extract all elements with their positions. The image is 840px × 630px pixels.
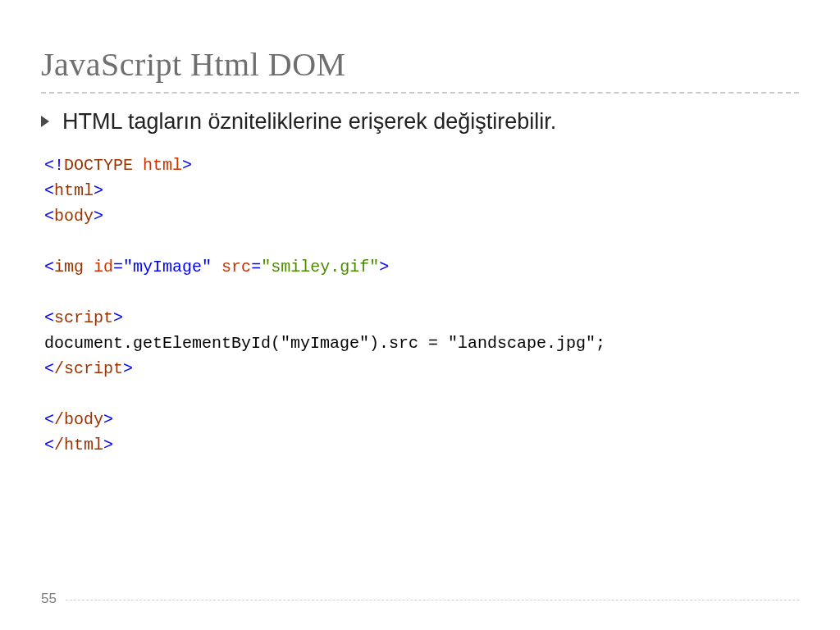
- code-token: <: [44, 181, 54, 200]
- code-token: >: [113, 308, 123, 327]
- code-token: >: [379, 258, 389, 276]
- footer-divider: [66, 600, 799, 600]
- code-token: /html: [54, 436, 103, 454]
- code-token: <: [44, 359, 54, 378]
- code-token: <: [44, 207, 54, 226]
- code-token: script: [54, 308, 113, 327]
- code-token: >: [103, 436, 113, 454]
- code-token: <: [44, 258, 54, 276]
- code-token: body: [54, 207, 94, 226]
- code-token: =: [251, 258, 261, 276]
- code-token: >: [94, 207, 103, 226]
- code-token: [212, 258, 221, 276]
- code-token: /script: [54, 359, 123, 378]
- code-token: document.getElementById("myImage").src =…: [44, 334, 605, 353]
- code-token: >: [182, 156, 192, 175]
- code-token: id: [94, 258, 113, 276]
- code-token: DOCTYPE: [64, 156, 133, 175]
- code-token: <: [44, 436, 54, 454]
- code-token: [84, 258, 94, 276]
- code-token: [133, 156, 143, 175]
- bullet-text: HTML tagların özniteliklerine erişerek d…: [62, 108, 556, 135]
- code-token: >: [103, 410, 113, 429]
- bullet-triangle-icon: [41, 116, 49, 127]
- code-token: >: [123, 359, 133, 378]
- bullet-item: HTML tagların özniteliklerine erişerek d…: [41, 108, 799, 135]
- code-token: /body: [54, 410, 103, 429]
- code-token: "smiley.gif": [261, 258, 379, 276]
- code-token: >: [94, 181, 103, 200]
- code-token: html: [54, 181, 94, 200]
- code-token: <!: [44, 156, 64, 175]
- slide-title: JavaScript Html DOM: [41, 45, 799, 84]
- code-block: <!DOCTYPE html> <html> <body> <img id="m…: [41, 153, 799, 458]
- code-token: html: [143, 156, 182, 175]
- page-number: 55: [41, 591, 57, 607]
- code-token: ="myImage": [113, 258, 212, 276]
- code-token: src: [221, 258, 251, 276]
- code-token: img: [54, 258, 84, 276]
- code-token: <: [44, 410, 54, 429]
- code-token: <: [44, 308, 54, 327]
- title-divider: [41, 92, 799, 94]
- slide: JavaScript Html DOM HTML tagların öznite…: [0, 0, 840, 630]
